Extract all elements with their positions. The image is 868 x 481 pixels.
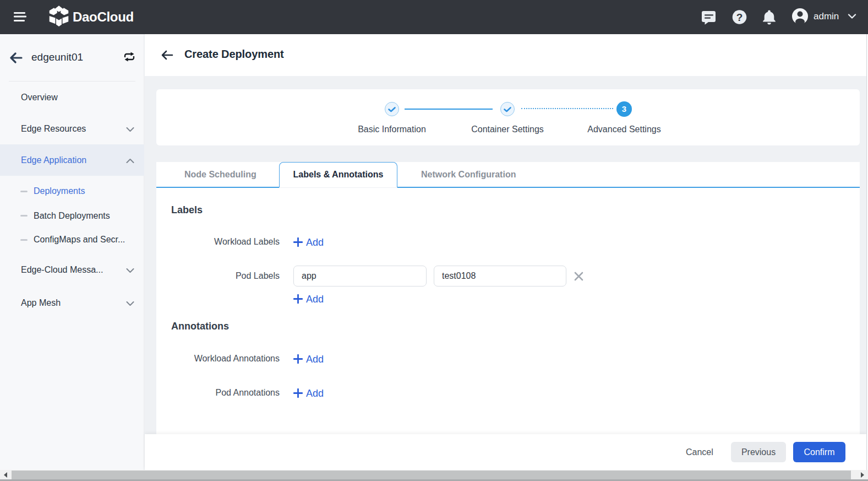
svg-text:?: ? <box>736 12 743 23</box>
